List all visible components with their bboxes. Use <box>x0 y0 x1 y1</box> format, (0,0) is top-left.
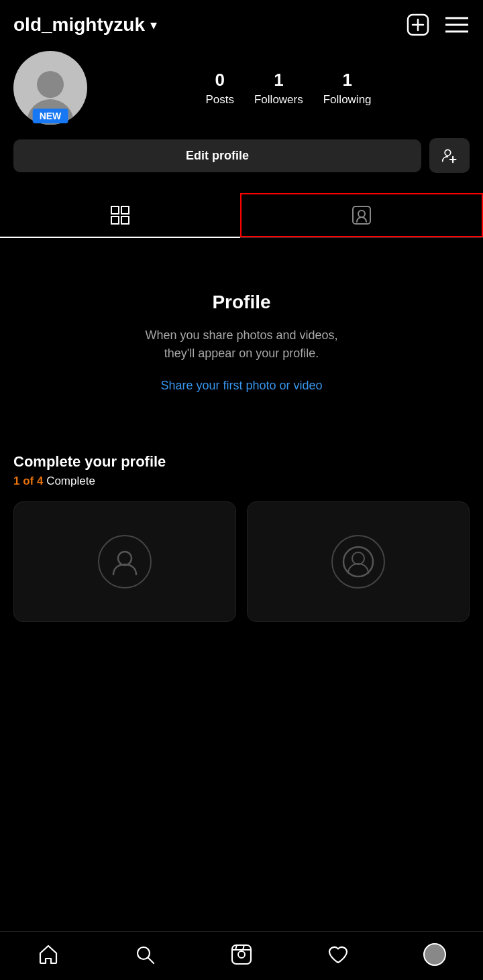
following-label: Following <box>323 93 372 107</box>
svg-rect-10 <box>121 206 129 214</box>
nav-likes[interactable] <box>318 941 358 968</box>
nav-search[interactable] <box>125 941 165 968</box>
empty-state: Profile When you share photos and videos… <box>0 238 483 433</box>
svg-rect-20 <box>232 945 251 964</box>
following-stat[interactable]: 1 Following <box>323 70 372 107</box>
grid-icon <box>110 205 130 225</box>
svg-rect-11 <box>111 217 119 224</box>
posts-count: 0 <box>215 70 224 90</box>
edit-profile-button[interactable]: Edit profile <box>13 139 421 172</box>
username-label[interactable]: old_mightyzuk <box>13 14 145 36</box>
profile-section: NEW 0 Posts 1 Followers 1 Following <box>0 44 483 138</box>
create-post-icon[interactable] <box>405 12 431 38</box>
complete-profile-title: Complete your profile <box>13 453 470 471</box>
nav-profile[interactable] <box>415 941 455 968</box>
tab-grid[interactable] <box>0 193 240 237</box>
svg-point-6 <box>445 149 451 156</box>
avatar-head <box>37 71 64 98</box>
share-first-photo-link[interactable]: Share your first photo or video <box>160 379 322 393</box>
empty-state-description: When you share photos and videos,they'll… <box>145 326 337 363</box>
progress-text: 1 of 4 <box>13 475 43 487</box>
card-avatar-icon-1 <box>98 535 152 589</box>
profile-avatar-nav <box>423 943 446 966</box>
header: old_mightyzuk ▾ <box>0 0 483 44</box>
card-avatar-icon-2 <box>331 535 385 589</box>
chevron-down-icon[interactable]: ▾ <box>150 17 157 33</box>
tagged-icon <box>352 205 372 225</box>
complete-profile-subtitle: 1 of 4 Complete <box>13 475 470 488</box>
posts-stat[interactable]: 0 Posts <box>205 70 234 107</box>
stats-container: 0 Posts 1 Followers 1 Following <box>107 70 470 107</box>
progress-suffix: Complete <box>43 475 95 487</box>
complete-card-1[interactable] <box>13 501 236 622</box>
following-count: 1 <box>342 70 352 90</box>
followers-label: Followers <box>254 93 303 107</box>
complete-profile-section: Complete your profile 1 of 4 Complete <box>0 433 483 635</box>
hamburger-menu-icon[interactable] <box>444 12 470 38</box>
followers-count: 1 <box>274 70 283 90</box>
add-person-button[interactable] <box>429 138 470 173</box>
svg-point-14 <box>358 210 365 217</box>
svg-point-17 <box>352 552 364 564</box>
followers-stat[interactable]: 1 Followers <box>254 70 303 107</box>
nav-reels[interactable] <box>221 941 262 968</box>
svg-point-15 <box>118 552 131 565</box>
svg-rect-13 <box>353 206 370 224</box>
posts-label: Posts <box>205 93 234 107</box>
complete-cards <box>13 501 470 622</box>
svg-rect-9 <box>111 206 119 214</box>
tab-tagged[interactable] <box>240 193 483 237</box>
complete-card-2[interactable] <box>247 501 470 622</box>
svg-point-21 <box>238 951 245 958</box>
tabs-section <box>0 193 483 238</box>
nav-home[interactable] <box>28 941 68 968</box>
avatar-container[interactable]: NEW <box>13 51 87 125</box>
header-icons <box>405 12 470 38</box>
bottom-nav <box>0 931 483 980</box>
svg-rect-12 <box>121 217 129 224</box>
header-left: old_mightyzuk ▾ <box>13 14 157 36</box>
new-badge: NEW <box>33 109 68 123</box>
buttons-section: Edit profile <box>0 138 483 186</box>
svg-line-19 <box>148 958 154 963</box>
empty-state-title: Profile <box>212 292 270 313</box>
